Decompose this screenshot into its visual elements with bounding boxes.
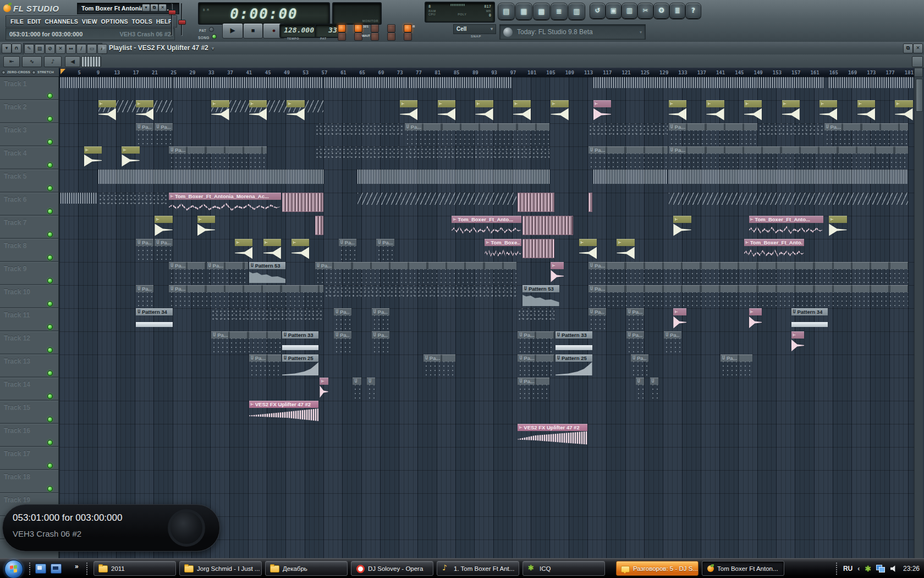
track-enable-led[interactable] <box>47 139 53 145</box>
clip-dots[interactable] <box>405 146 550 159</box>
clip-crashr[interactable]: ⊢ <box>263 239 281 260</box>
taskbar-button[interactable]: 1. Tom Boxer Ft Ant... <box>437 561 519 576</box>
clip-pat[interactable]: UPa... <box>588 308 606 330</box>
time-mode-leds[interactable]: B M <box>203 7 209 12</box>
clip-pat[interactable]: UPa... <box>376 239 394 260</box>
clip-patrow[interactable]: UPa... <box>824 123 908 145</box>
clip-ticks[interactable] <box>829 77 912 88</box>
taskbar-button[interactable]: ICQ <box>522 561 605 576</box>
mute-tool-icon[interactable]: ✕ <box>56 44 65 54</box>
song-led[interactable] <box>212 34 217 39</box>
pattern-picker-icon[interactable]: ♪ <box>44 56 62 67</box>
clip-adense[interactable] <box>315 216 323 235</box>
track-enable-led[interactable] <box>47 209 53 214</box>
quicklaunch-grip[interactable] <box>29 562 31 575</box>
clip-patrow[interactable]: UPa... <box>315 262 517 283</box>
clip-ticks2[interactable] <box>358 170 549 184</box>
track-header[interactable]: Track 10 <box>0 285 58 308</box>
clip-ticks2[interactable] <box>669 170 908 184</box>
track-enable-led[interactable] <box>47 486 53 492</box>
track-enable-led[interactable] <box>47 463 53 468</box>
track-enable-led[interactable] <box>47 370 53 376</box>
clip-pat[interactable]: U <box>367 378 375 399</box>
performance-mode-icon[interactable]: ∿ <box>22 56 42 67</box>
clip-slash[interactable] <box>669 193 908 205</box>
clip-audio[interactable]: ⊢Tom_Boxer_Ft_Anto... <box>749 216 823 237</box>
clip-patrow[interactable]: UPa... <box>588 146 668 168</box>
clip-patsel[interactable]: UPattern 53 <box>522 285 559 307</box>
clip-pat[interactable]: UPa... <box>136 285 153 307</box>
time-display[interactable]: B M 0:00:00 <box>198 2 330 25</box>
track-header[interactable]: Track 14 <box>0 378 58 401</box>
clip-ticks[interactable] <box>593 77 668 88</box>
paint-tool-icon[interactable]: ▨ <box>35 44 45 54</box>
track-header[interactable]: Track 18 <box>0 470 58 493</box>
taskbar-button[interactable]: Jorg Schmid - I Just ... <box>179 561 262 576</box>
clip-patrow[interactable]: UPa... <box>721 355 752 376</box>
clip-pat[interactable]: U <box>636 378 644 399</box>
clip-patrow[interactable]: UPa... <box>211 331 281 353</box>
clip-crashr[interactable]: ⊢ <box>820 100 837 122</box>
draw-tool-icon[interactable]: ✎ <box>24 44 34 54</box>
clip-dots[interactable] <box>211 308 323 320</box>
clip-pat[interactable]: UPa... <box>631 355 648 376</box>
clip-pcrashf[interactable]: ⊢ <box>593 100 611 122</box>
clip-ticks[interactable] <box>669 77 823 88</box>
clip-adense[interactable] <box>282 193 323 212</box>
clip-pat[interactable]: UPa... <box>664 331 681 353</box>
track-header[interactable]: Track 4 <box>0 146 58 170</box>
menu-tools[interactable]: TOOLS <box>132 18 152 25</box>
taskbar-button[interactable]: Декабрь <box>265 561 348 576</box>
clip-pat[interactable]: U <box>353 378 361 399</box>
clip-crashr[interactable]: ⊢ <box>706 100 724 122</box>
export-wave-icon[interactable]: ▥ <box>622 3 637 19</box>
clip-crashr[interactable]: ⊢ <box>475 100 493 122</box>
clip-crashr[interactable]: ⊢ <box>744 100 762 122</box>
edison-cut-icon[interactable]: ✂ <box>637 3 653 19</box>
pattern-number-display[interactable]: 33 <box>315 24 341 38</box>
clip-adense[interactable] <box>518 193 554 212</box>
clip-slash[interactable] <box>358 193 516 205</box>
menu-options[interactable]: OPTIONS <box>101 18 128 25</box>
clip-crashr[interactable]: ⊢ <box>513 100 531 122</box>
tray-chevron-icon[interactable]: ‹ <box>857 565 860 572</box>
track-header[interactable]: Track 3 <box>0 123 58 146</box>
slip-tool-icon[interactable]: ↔ <box>66 44 76 54</box>
metronome-toggle[interactable] <box>371 24 379 32</box>
track-enable-led[interactable] <box>47 324 53 330</box>
clip-pat[interactable]: UPa... <box>334 308 351 330</box>
piano-roll-icon[interactable]: ▩ <box>533 3 550 20</box>
main-pitch-slider[interactable] <box>178 2 185 37</box>
clip-pcrashf[interactable]: ⊢ <box>791 331 805 353</box>
clip-ticks[interactable] <box>211 77 323 88</box>
corner-box[interactable] <box>912 56 923 67</box>
track-header[interactable]: Track 7 <box>0 216 58 239</box>
track-enable-led[interactable] <box>47 186 53 191</box>
close-icon[interactable]: ✕ <box>158 4 167 12</box>
clip-patrow[interactable]: UPa... <box>518 378 549 399</box>
clip-crashr[interactable]: ⊢ <box>617 239 634 260</box>
clip-patrow[interactable]: UPa... <box>518 331 554 353</box>
clip-dots[interactable] <box>324 285 516 297</box>
scrollbar-corner-button[interactable] <box>914 68 923 77</box>
clip-pat[interactable]: UPa... <box>136 239 153 260</box>
clip-patrow[interactable]: UPa... <box>169 262 206 283</box>
clip-pcrashf[interactable]: ⊢ <box>749 308 762 330</box>
play-button[interactable]: ▶ <box>222 23 243 39</box>
clip-crashr[interactable]: ⊢ <box>98 100 116 122</box>
clip-patsel[interactable]: UPattern 34 <box>791 308 828 330</box>
playlist-timeline[interactable]: 5913172125293337414549535761656973778185… <box>59 68 914 78</box>
show-desktop-icon[interactable] <box>35 564 46 574</box>
tray-grip[interactable] <box>835 562 838 575</box>
taskband-grip[interactable] <box>86 562 89 575</box>
start-button[interactable] <box>4 560 23 578</box>
clip-crashr[interactable]: ⊢ <box>782 100 800 122</box>
clip-ticks[interactable] <box>409 77 512 88</box>
clip-crashr[interactable]: ⊢ <box>669 100 686 122</box>
clip-adense[interactable] <box>588 193 592 212</box>
slice-tool-icon[interactable]: ∕ <box>76 44 86 54</box>
clip-pat[interactable]: UPa... <box>136 123 153 145</box>
lasso-toggle[interactable] <box>338 32 346 41</box>
clip-pat[interactable]: UPa... <box>155 123 172 145</box>
clip-crashr[interactable]: ⊢ <box>292 239 309 260</box>
